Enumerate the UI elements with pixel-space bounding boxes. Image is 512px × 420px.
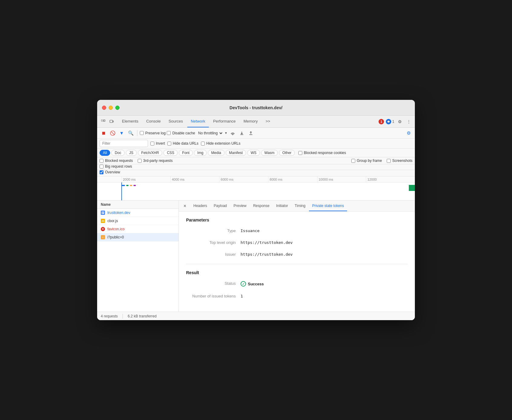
- big-rows-checkbox[interactable]: [100, 165, 103, 169]
- timeline-green-block: [409, 185, 415, 191]
- detail-tab-private-state-tokens[interactable]: Private state tokens: [309, 201, 347, 211]
- throttle-dropdown-icon[interactable]: ▼: [225, 131, 228, 135]
- blocked-cookies-label[interactable]: Blocked response cookies: [298, 151, 346, 155]
- request-item-favicon[interactable]: ✕ favicon.ico: [97, 225, 179, 233]
- tab-performance[interactable]: Performance: [209, 116, 239, 127]
- detail-tab-headers[interactable]: Headers: [190, 201, 210, 211]
- tab-console[interactable]: Console: [143, 116, 164, 127]
- filter-bar: Invert Hide data URLs Hide extension URL…: [97, 139, 415, 149]
- warn-badge: 💬 1: [386, 119, 394, 124]
- timeline-ruler: 2000 ms 4000 ms 6000 ms 8000 ms 10000 ms…: [97, 176, 415, 182]
- timeline-bar: 2000 ms 4000 ms 6000 ms 8000 ms 10000 ms…: [97, 176, 415, 201]
- error-count[interactable]: 1: [379, 119, 384, 124]
- detail-tab-initiator[interactable]: Initiator: [273, 201, 291, 211]
- preserve-log-checkbox[interactable]: [140, 131, 144, 135]
- third-party-checkbox[interactable]: [138, 159, 142, 163]
- filter-icon[interactable]: ▼: [118, 129, 126, 137]
- request-list: Name trusttoken.dev JS cbor.js ✕ favicon…: [97, 201, 179, 312]
- type-btn-media[interactable]: Media: [208, 150, 225, 156]
- options-right: Group by frame Screenshots: [351, 159, 412, 163]
- req-name-favicon: favicon.ico: [107, 227, 125, 231]
- svg-rect-0: [101, 120, 103, 121]
- type-btn-wasm[interactable]: Wasm: [261, 150, 278, 156]
- type-btn-all[interactable]: All: [100, 150, 110, 156]
- type-btn-manifest[interactable]: Manifest: [226, 150, 246, 156]
- export-button[interactable]: [247, 129, 255, 137]
- detail-tab-preview[interactable]: Preview: [231, 201, 250, 211]
- detail-panel: × Headers Payload Preview Response Initi…: [179, 201, 415, 312]
- cursor-icon[interactable]: [100, 118, 107, 125]
- overview-text: Overview: [105, 170, 120, 174]
- request-item-trusttoken[interactable]: trusttoken.dev: [97, 209, 179, 217]
- request-item-ipublic[interactable]: i i?public=0: [97, 233, 179, 241]
- detail-tab-payload[interactable]: Payload: [211, 201, 230, 211]
- hide-data-urls-label[interactable]: Hide data URLs: [167, 141, 199, 146]
- invert-label[interactable]: Invert: [150, 141, 165, 146]
- preserve-log-text: Preserve log: [145, 131, 166, 135]
- detail-tab-timing[interactable]: Timing: [292, 201, 309, 211]
- device-icon[interactable]: [108, 118, 115, 125]
- type-btn-js[interactable]: JS: [126, 150, 137, 156]
- request-item-cbor[interactable]: JS cbor.js: [97, 217, 179, 225]
- param-label-status: Status: [186, 281, 241, 286]
- svg-rect-3: [113, 121, 113, 122]
- hide-extension-urls-label[interactable]: Hide extension URLs: [201, 141, 241, 146]
- maximize-button[interactable]: [115, 106, 120, 110]
- devtools-window: DevTools - trusttoken.dev/ Elem: [97, 100, 415, 320]
- requests-count: 4 requests: [101, 314, 118, 318]
- type-btn-img[interactable]: Img: [194, 150, 207, 156]
- type-btn-font[interactable]: Font: [179, 150, 193, 156]
- import-button[interactable]: [238, 129, 246, 137]
- third-party-label[interactable]: 3rd-party requests: [138, 159, 172, 163]
- invert-checkbox[interactable]: [150, 142, 154, 146]
- disable-cache-checkbox[interactable]: [167, 131, 171, 135]
- filter-input[interactable]: [100, 140, 148, 147]
- param-row-issuer: Issuer https://trusttoken.dev: [186, 252, 408, 257]
- tab-elements[interactable]: Elements: [118, 116, 142, 127]
- type-btn-css[interactable]: CSS: [163, 150, 178, 156]
- tab-more[interactable]: >>: [262, 116, 274, 127]
- minimize-button[interactable]: [109, 106, 113, 110]
- network-settings-button[interactable]: ⚙: [405, 129, 412, 137]
- status-bar-divider: [123, 314, 123, 319]
- close-button[interactable]: [102, 106, 106, 110]
- stop-recording-button[interactable]: ⏹: [100, 129, 107, 137]
- type-btn-doc[interactable]: Doc: [111, 150, 124, 156]
- blocked-requests-label[interactable]: Blocked requests: [100, 159, 133, 163]
- disable-cache-label[interactable]: Disable cache: [167, 131, 195, 135]
- clear-button[interactable]: 🚫: [109, 129, 117, 137]
- type-btn-other[interactable]: Other: [279, 150, 295, 156]
- network-conditions-icon[interactable]: [229, 129, 237, 137]
- type-btn-ws[interactable]: WS: [247, 150, 260, 156]
- param-row-origin: Top level origin https://trusttoken.dev: [186, 240, 408, 245]
- blocked-cookies-checkbox[interactable]: [298, 151, 302, 155]
- param-label-origin: Top level origin: [186, 240, 241, 245]
- group-frame-checkbox[interactable]: [351, 159, 355, 163]
- settings-icon[interactable]: ⚙: [396, 118, 403, 125]
- hide-data-urls-checkbox[interactable]: [167, 142, 171, 146]
- tab-sources[interactable]: Sources: [165, 116, 187, 127]
- more-options-icon[interactable]: ⋮: [405, 118, 412, 125]
- overview-checkbox[interactable]: [100, 170, 103, 174]
- svg-rect-2: [110, 120, 113, 123]
- detail-content: Parameters Type Issuance Top level origi…: [179, 212, 415, 312]
- hide-extension-urls-checkbox[interactable]: [201, 142, 205, 146]
- preserve-log-label[interactable]: Preserve log: [140, 131, 166, 135]
- screenshots-checkbox[interactable]: [387, 159, 391, 163]
- group-frame-label[interactable]: Group by frame: [351, 159, 382, 163]
- tab-memory[interactable]: Memory: [240, 116, 261, 127]
- screenshots-label[interactable]: Screenshots: [387, 159, 412, 163]
- type-btn-fetchxhr[interactable]: Fetch/XHR: [138, 150, 162, 156]
- detail-tab-response[interactable]: Response: [250, 201, 272, 211]
- blocked-cookies-text: Blocked response cookies: [304, 151, 346, 155]
- throttle-select[interactable]: No throttling: [196, 131, 223, 136]
- search-button[interactable]: 🔍: [127, 129, 135, 137]
- type-filter-bar: All Doc JS Fetch/XHR CSS Font Img Media …: [97, 149, 415, 157]
- group-frame-text: Group by frame: [357, 159, 382, 163]
- transferred-size: 6.2 kB transferred: [128, 314, 156, 318]
- tab-network[interactable]: Network: [187, 116, 209, 127]
- overview-label[interactable]: Overview: [100, 170, 120, 174]
- big-rows-label[interactable]: Big request rows: [100, 164, 132, 169]
- blocked-requests-checkbox[interactable]: [100, 159, 103, 163]
- detail-close-button[interactable]: ×: [181, 202, 189, 210]
